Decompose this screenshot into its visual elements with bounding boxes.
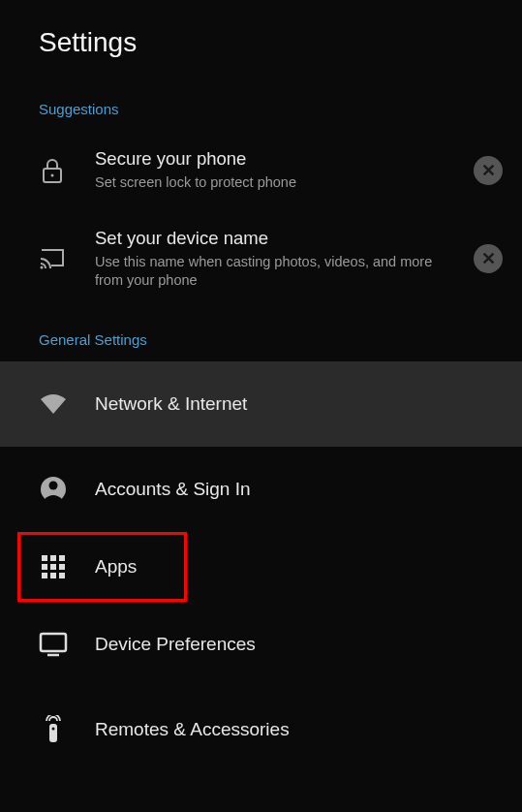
settings-item-accounts[interactable]: Accounts & Sign In bbox=[0, 447, 522, 532]
dismiss-button[interactable]: ✕ bbox=[474, 244, 503, 273]
svg-point-4 bbox=[49, 481, 58, 489]
page-header: Settings bbox=[0, 0, 522, 78]
suggestions-section-header: Suggestions bbox=[0, 78, 522, 131]
dismiss-button[interactable]: ✕ bbox=[474, 156, 503, 185]
svg-point-1 bbox=[51, 173, 54, 176]
general-section-header: General Settings bbox=[0, 308, 522, 361]
svg-rect-11 bbox=[42, 573, 47, 578]
settings-item-network[interactable]: Network & Internet bbox=[0, 361, 522, 447]
settings-item-remotes[interactable]: Remotes & Accessories bbox=[0, 687, 522, 772]
suggestion-desc: Set screen lock to protect phone bbox=[95, 173, 464, 193]
suggestion-text: Secure your phone Set screen lock to pro… bbox=[95, 148, 474, 193]
svg-rect-13 bbox=[59, 573, 65, 578]
remote-icon bbox=[39, 715, 68, 744]
svg-rect-10 bbox=[59, 564, 65, 570]
page-title: Settings bbox=[39, 27, 522, 58]
suggestion-title: Set your device name bbox=[95, 228, 464, 249]
suggestion-secure-phone[interactable]: Secure your phone Set screen lock to pro… bbox=[0, 131, 522, 210]
suggestion-desc: Use this name when casting photos, video… bbox=[95, 253, 464, 291]
settings-item-device-prefs[interactable]: Device Preferences bbox=[0, 602, 522, 687]
cast-icon bbox=[39, 247, 66, 270]
account-icon bbox=[39, 475, 68, 504]
tv-icon bbox=[39, 630, 68, 659]
lock-icon bbox=[39, 157, 66, 184]
settings-label: Device Preferences bbox=[95, 634, 256, 655]
settings-label: Apps bbox=[95, 556, 137, 578]
svg-rect-14 bbox=[41, 634, 66, 651]
svg-rect-5 bbox=[42, 555, 47, 561]
svg-rect-9 bbox=[50, 564, 56, 570]
svg-rect-7 bbox=[59, 555, 65, 561]
svg-rect-12 bbox=[50, 573, 56, 578]
settings-label: Accounts & Sign In bbox=[95, 479, 251, 500]
wifi-icon bbox=[39, 390, 68, 419]
settings-label: Network & Internet bbox=[95, 393, 247, 415]
settings-label: Remotes & Accessories bbox=[95, 719, 290, 740]
settings-item-apps[interactable]: Apps bbox=[17, 532, 187, 602]
svg-point-17 bbox=[52, 727, 55, 730]
svg-point-2 bbox=[41, 266, 44, 269]
suggestion-device-name[interactable]: Set your device name Use this name when … bbox=[0, 210, 522, 308]
apps-icon bbox=[39, 552, 68, 581]
svg-rect-16 bbox=[49, 724, 57, 742]
close-icon: ✕ bbox=[481, 250, 496, 267]
close-icon: ✕ bbox=[481, 162, 496, 179]
suggestion-title: Secure your phone bbox=[95, 148, 464, 170]
suggestion-text: Set your device name Use this name when … bbox=[95, 228, 474, 291]
svg-rect-6 bbox=[50, 555, 56, 561]
svg-rect-8 bbox=[42, 564, 47, 570]
